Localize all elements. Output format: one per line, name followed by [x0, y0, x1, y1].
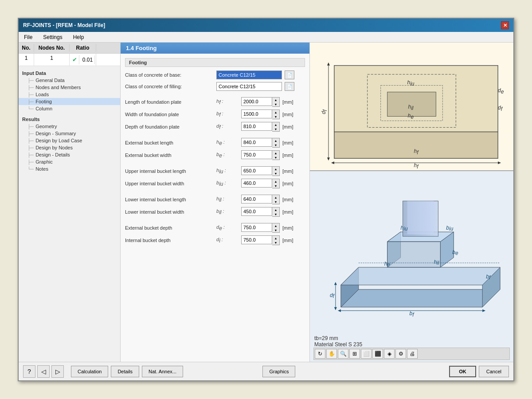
upper-int-width-up[interactable]: ▲ — [272, 179, 279, 184]
upper-int-width-down[interactable]: ▼ — [272, 184, 279, 188]
tb-print-btn[interactable]: 🖨 — [407, 349, 418, 359]
concrete-filling-input[interactable] — [216, 82, 282, 91]
width-up[interactable]: ▲ — [272, 110, 279, 114]
diagram-3d: bf hiu biu he be hil — [310, 171, 513, 362]
nav-column[interactable]: Column — [19, 105, 120, 112]
int-depth-up[interactable]: ▲ — [272, 236, 279, 240]
concrete-filling-btn[interactable]: 📄 — [285, 82, 294, 91]
length-down[interactable]: ▼ — [272, 102, 279, 106]
lower-int-width-up[interactable]: ▲ — [272, 207, 279, 212]
ext-width-down[interactable]: ▼ — [272, 155, 279, 160]
tb-front-btn[interactable]: ⬜ — [361, 349, 372, 359]
details-button[interactable]: Details — [111, 366, 139, 377]
nav-nodes-members[interactable]: Nodes and Members — [19, 84, 120, 91]
nav-notes[interactable]: Notes — [19, 165, 120, 172]
nav-design-summary[interactable]: Design - Summary — [19, 130, 120, 137]
ext-depth-spin[interactable]: ▲ ▼ — [241, 223, 280, 233]
tb-pan-btn[interactable]: ✋ — [326, 349, 337, 359]
int-depth-spin[interactable]: ▲ ▼ — [241, 235, 280, 245]
calculation-button[interactable]: Calculation — [71, 366, 108, 377]
depth-down[interactable]: ▼ — [272, 127, 279, 131]
length-spin[interactable]: ▲ ▼ — [241, 97, 280, 107]
close-button[interactable]: ✕ — [501, 21, 509, 29]
nav-design-details[interactable]: Design - Details — [19, 151, 120, 158]
ext-width-spin[interactable]: ▲ ▼ — [241, 150, 280, 160]
upper-int-width-sub: biu : — [216, 180, 239, 187]
depth-unit: [mm] — [282, 124, 293, 129]
help-icon[interactable]: ? — [23, 365, 35, 378]
lower-int-length-input[interactable] — [241, 195, 272, 203]
tb-zoom-btn[interactable]: 🔍 — [338, 349, 348, 359]
int-depth-unit: [mm] — [282, 238, 293, 243]
length-input[interactable] — [241, 97, 272, 106]
tb-iso-btn[interactable]: ◈ — [384, 349, 395, 359]
concrete-filling-row: Class of concrete of filling: 📄 — [125, 82, 305, 91]
ext-depth-up[interactable]: ▲ — [272, 223, 279, 228]
row-status: ✔ 0.01 — [70, 54, 96, 66]
lower-int-width-down[interactable]: ▼ — [272, 212, 279, 216]
lower-int-width-input[interactable] — [241, 207, 272, 216]
concrete-base-btn[interactable]: 📄 — [285, 70, 294, 79]
int-depth-row: Internal bucket depth di : ▲ ▼ [mm] — [125, 235, 305, 245]
cancel-button[interactable]: Cancel — [479, 366, 509, 377]
lower-int-length-spin[interactable]: ▲ ▼ — [241, 195, 280, 204]
main-content: No. Nodes No. Ratio 1 1 ✔ 0.01 Input Dat… — [19, 43, 513, 362]
depth-input[interactable] — [241, 122, 272, 131]
length-up[interactable]: ▲ — [272, 98, 279, 102]
upper-int-length-spin[interactable]: ▲ ▼ — [241, 166, 280, 176]
ext-width-input[interactable] — [241, 150, 272, 159]
menu-help[interactable]: Help — [70, 33, 87, 41]
menu-settings[interactable]: Settings — [40, 33, 65, 41]
svg-rect-30 — [407, 201, 434, 234]
ext-depth-input[interactable] — [241, 223, 272, 232]
lower-int-width-spin[interactable]: ▲ ▼ — [241, 207, 280, 217]
nav-design-nodes[interactable]: Design by Nodes — [19, 144, 120, 151]
ext-length-input[interactable] — [241, 138, 272, 147]
tb-top-btn[interactable]: ⬛ — [372, 349, 383, 359]
depth-row: Depth of foundation plate df : ▲ ▼ [mm] — [125, 122, 305, 132]
lower-int-width-row: Lower internal bucket width bil : ▲ ▼ [m… — [125, 207, 305, 217]
width-down[interactable]: ▼ — [272, 114, 279, 119]
tb-rotate-btn[interactable]: ↻ — [315, 349, 325, 359]
upper-int-width-input[interactable] — [241, 179, 272, 188]
back-icon[interactable]: ◁ — [37, 365, 50, 378]
svg-marker-24 — [341, 267, 500, 285]
ok-button[interactable]: OK — [449, 366, 476, 377]
depth-spin[interactable]: ▲ ▼ — [241, 122, 280, 132]
upper-int-length-up[interactable]: ▲ — [272, 167, 279, 171]
ext-length-down[interactable]: ▼ — [272, 143, 279, 147]
nav-footing[interactable]: Footing — [19, 98, 120, 105]
width-input[interactable] — [241, 110, 272, 118]
upper-int-width-spin[interactable]: ▲ ▼ — [241, 179, 280, 188]
table-row[interactable]: 1 1 ✔ 0.01 — [19, 54, 120, 66]
concrete-base-input[interactable] — [216, 70, 282, 79]
lower-int-length-down[interactable]: ▼ — [272, 200, 279, 204]
ext-width-up[interactable]: ▲ — [272, 151, 279, 155]
nat-annex-button[interactable]: Nat. Annex... — [142, 366, 183, 377]
graphics-button[interactable]: Graphics — [262, 366, 295, 377]
menu-file[interactable]: File — [21, 33, 35, 41]
main-window: RF-JOINTS - [RFEM - Model File] ✕ File S… — [18, 18, 514, 381]
nav-loads[interactable]: Loads — [19, 91, 120, 98]
nav-design-load-case[interactable]: Design by Load Case — [19, 137, 120, 144]
tb-settings-btn[interactable]: ⚙ — [395, 349, 406, 359]
info-line1: tb=29 mm — [314, 335, 362, 341]
ext-depth-down[interactable]: ▼ — [272, 228, 279, 232]
width-unit: [mm] — [282, 112, 293, 117]
nav-geometry[interactable]: Geometry — [19, 123, 120, 130]
width-spin[interactable]: ▲ ▼ — [241, 110, 280, 119]
nav-general-data[interactable]: General Data — [19, 77, 120, 84]
upper-int-length-input[interactable] — [241, 166, 272, 175]
upper-int-length-down[interactable]: ▼ — [272, 171, 279, 176]
int-depth-input[interactable] — [241, 235, 272, 244]
lower-int-length-up[interactable]: ▲ — [272, 195, 279, 200]
ext-length-spin[interactable]: ▲ ▼ — [241, 138, 280, 148]
forward-icon[interactable]: ▷ — [51, 365, 64, 378]
ext-length-up[interactable]: ▲ — [272, 138, 279, 143]
ext-depth-unit: [mm] — [282, 225, 293, 231]
int-depth-down[interactable]: ▼ — [272, 240, 279, 245]
ext-depth-row: External bucket depth de : ▲ ▼ [mm] — [125, 223, 305, 233]
depth-up[interactable]: ▲ — [272, 122, 279, 127]
tb-fit-btn[interactable]: ⊞ — [349, 349, 360, 359]
nav-graphic[interactable]: Graphic — [19, 158, 120, 165]
